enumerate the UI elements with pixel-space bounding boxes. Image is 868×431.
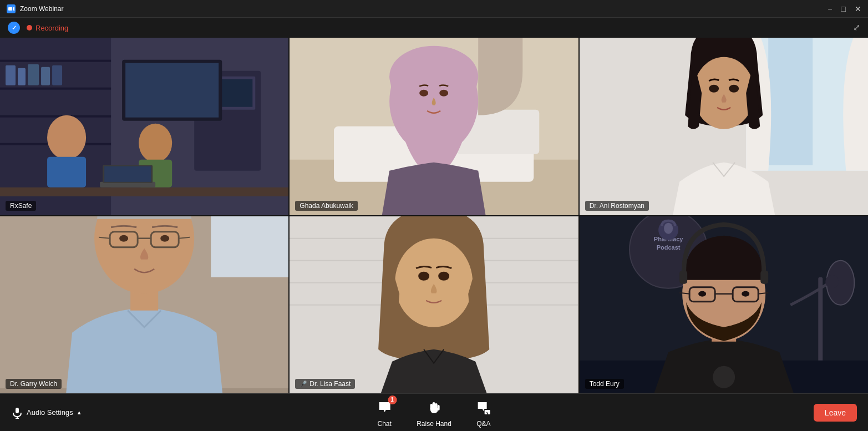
toolbar: Audio Settings ▲ 1 Chat bbox=[0, 393, 868, 431]
garry-name-label: Dr. Garry Welch bbox=[6, 379, 62, 389]
svg-rect-38 bbox=[768, 38, 813, 165]
svg-rect-12 bbox=[52, 65, 62, 85]
svg-point-61 bbox=[395, 238, 473, 327]
svg-rect-6 bbox=[0, 115, 111, 118]
raise-hand-label: Raise Hand bbox=[417, 420, 451, 428]
svg-rect-25 bbox=[104, 166, 151, 182]
video-cell-ani: Dr. Ani Rostomyan bbox=[580, 38, 868, 215]
svg-rect-9 bbox=[18, 68, 26, 85]
svg-rect-4 bbox=[0, 60, 111, 62]
video-cell-garry: Dr. Garry Welch bbox=[0, 216, 288, 394]
qa-label: Q&A bbox=[476, 420, 490, 428]
svg-rect-18 bbox=[0, 187, 288, 196]
close-button[interactable]: ✕ bbox=[855, 4, 861, 13]
svg-point-73 bbox=[713, 366, 735, 388]
minimize-button[interactable]: − bbox=[828, 4, 832, 13]
audio-settings-label: Audio Settings bbox=[27, 408, 73, 417]
window-controls[interactable]: − □ ✕ bbox=[828, 4, 861, 13]
svg-point-62 bbox=[418, 271, 429, 280]
svg-point-81 bbox=[698, 291, 706, 296]
video-cell-ghada: Ghada Abukuwaik bbox=[290, 38, 578, 215]
rxsafe-name-text: RxSafe bbox=[10, 202, 32, 210]
recording-dot bbox=[27, 25, 32, 31]
svg-point-39 bbox=[693, 57, 754, 129]
title-bar-left: Zoom Webinar bbox=[7, 4, 63, 13]
ghada-video-feed bbox=[290, 38, 578, 215]
lisa-name-label: 🎤 Dr. Lisa Faast bbox=[295, 379, 355, 389]
audio-settings-control[interactable]: Audio Settings ▲ bbox=[11, 407, 82, 419]
rxsafe-video-feed bbox=[0, 38, 288, 215]
lisa-muted-icon: 🎤 bbox=[300, 381, 307, 388]
status-bar: ✓ Recording ⤢ bbox=[0, 18, 868, 38]
security-shield-icon: ✓ bbox=[8, 22, 20, 34]
chat-badge: 1 bbox=[388, 395, 397, 404]
svg-point-35 bbox=[439, 90, 448, 97]
video-cell-lisa: 🎤 Dr. Lisa Faast bbox=[290, 216, 578, 394]
ani-video-feed bbox=[580, 38, 868, 215]
chat-button[interactable]: 1 Chat bbox=[374, 398, 394, 428]
garry-video-feed bbox=[0, 216, 288, 394]
svg-rect-0 bbox=[8, 7, 12, 11]
todd-video-feed: Pharmacy Podcast bbox=[580, 216, 868, 394]
svg-point-40 bbox=[709, 85, 719, 93]
svg-marker-1 bbox=[13, 7, 14, 11]
title-bar: Zoom Webinar − □ ✕ bbox=[0, 0, 868, 18]
svg-point-69 bbox=[664, 222, 673, 234]
maximize-button[interactable]: □ bbox=[841, 4, 846, 13]
microphone-icon bbox=[11, 407, 23, 419]
chat-icon-container: 1 bbox=[374, 398, 394, 418]
ani-name-label: Dr. Ani Rostomyan bbox=[585, 201, 649, 211]
svg-rect-5 bbox=[0, 88, 111, 90]
svg-rect-86 bbox=[16, 408, 19, 413]
svg-rect-17 bbox=[125, 63, 219, 118]
recording-indicator: Recording bbox=[27, 24, 68, 32]
chat-label: Chat bbox=[377, 420, 391, 428]
qa-button[interactable]: Q&A bbox=[474, 398, 494, 428]
raise-hand-icon-container bbox=[424, 398, 444, 418]
svg-point-19 bbox=[47, 115, 86, 160]
rxsafe-name-label: RxSafe bbox=[6, 201, 36, 211]
garry-name-text: Dr. Garry Welch bbox=[10, 380, 57, 388]
svg-rect-84 bbox=[760, 270, 768, 283]
svg-rect-83 bbox=[679, 270, 687, 283]
video-cell-todd: Pharmacy Podcast bbox=[580, 216, 868, 394]
raise-hand-icon bbox=[426, 400, 441, 415]
svg-point-85 bbox=[825, 275, 839, 288]
raise-hand-button[interactable]: Raise Hand bbox=[417, 398, 451, 428]
svg-rect-11 bbox=[41, 67, 50, 85]
svg-text:Podcast: Podcast bbox=[656, 244, 680, 250]
video-cell-rxsafe: RxSafe bbox=[0, 38, 288, 215]
lisa-video-feed bbox=[290, 216, 578, 394]
svg-point-21 bbox=[139, 124, 172, 163]
svg-rect-10 bbox=[28, 64, 39, 85]
todd-name-text: Todd Eury bbox=[590, 380, 620, 388]
recording-label: Recording bbox=[35, 24, 68, 32]
svg-point-82 bbox=[742, 291, 749, 296]
svg-point-63 bbox=[438, 271, 449, 280]
zoom-icon bbox=[7, 4, 16, 13]
svg-rect-44 bbox=[211, 216, 288, 277]
fullscreen-button[interactable]: ⤢ bbox=[853, 22, 860, 33]
svg-point-34 bbox=[419, 90, 428, 97]
svg-point-53 bbox=[160, 235, 169, 241]
qa-icon bbox=[476, 400, 491, 415]
svg-point-52 bbox=[119, 235, 128, 241]
todd-name-label: Todd Eury bbox=[585, 379, 624, 389]
qa-icon-container bbox=[474, 398, 494, 418]
audio-settings-chevron[interactable]: ▲ bbox=[77, 409, 82, 415]
ghada-name-label: Ghada Abukuwaik bbox=[295, 201, 358, 211]
svg-point-41 bbox=[729, 85, 739, 93]
svg-rect-20 bbox=[47, 157, 86, 187]
ghada-name-text: Ghada Abukuwaik bbox=[300, 202, 353, 210]
leave-button[interactable]: Leave bbox=[814, 404, 857, 422]
app-title: Zoom Webinar bbox=[20, 5, 63, 13]
toolbar-center: 1 Chat Raise Hand bbox=[374, 398, 494, 428]
ani-name-text: Dr. Ani Rostomyan bbox=[590, 202, 644, 210]
svg-rect-8 bbox=[6, 65, 16, 85]
video-grid: RxSafe bbox=[0, 38, 868, 393]
lisa-name-text: Dr. Lisa Faast bbox=[309, 380, 351, 388]
